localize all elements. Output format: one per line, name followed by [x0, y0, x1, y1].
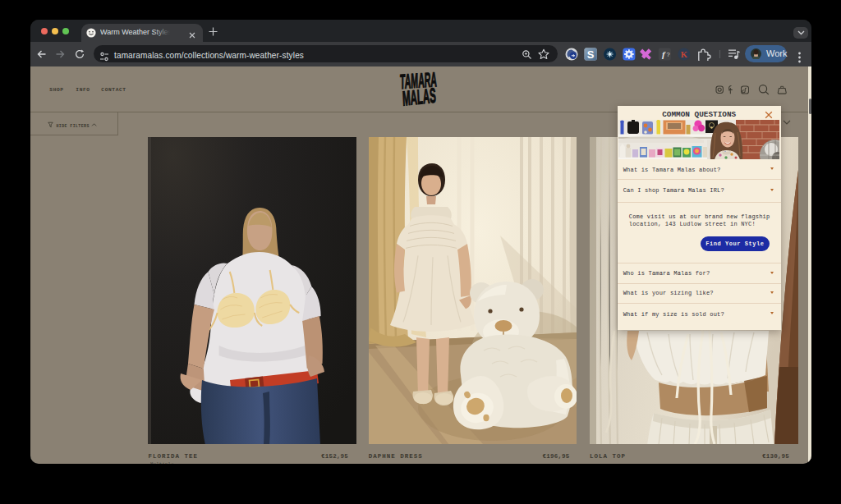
svg-text:?: ? — [667, 51, 670, 58]
svg-text:HIDE FILTERS: HIDE FILTERS — [57, 123, 90, 127]
svg-text:MALAS: MALAS — [402, 84, 436, 108]
svg-text:K: K — [681, 50, 688, 59]
svg-text:S: S — [587, 48, 595, 61]
